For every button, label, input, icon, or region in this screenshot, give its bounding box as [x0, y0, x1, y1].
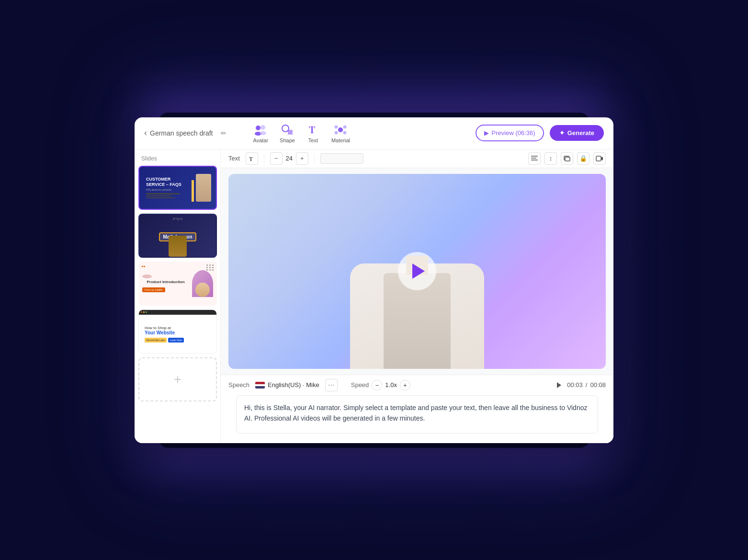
- speed-increase-button[interactable]: +: [400, 380, 410, 390]
- svg-point-8: [335, 125, 338, 128]
- font-style-button[interactable]: T: [246, 152, 258, 165]
- font-size-control: − 24 +: [270, 152, 308, 165]
- svg-rect-17: [565, 157, 570, 161]
- slides-sidebar: Slides CUSTOMERSERVICE – FAQS FAQ about …: [135, 149, 221, 443]
- font-size-increase[interactable]: +: [296, 152, 308, 165]
- svg-point-9: [343, 125, 347, 128]
- tool-text[interactable]: T Text: [306, 123, 320, 143]
- time-separator: /: [586, 381, 588, 389]
- text-tool-label: Text: [228, 155, 240, 162]
- header-tools: Avatar Shape T Text: [253, 123, 351, 143]
- text-toolbar: Text T − 24 + ↕: [221, 149, 613, 168]
- svg-point-3: [260, 131, 266, 135]
- play-icon: [412, 263, 425, 279]
- header-bar: ‹ German speech draft ✏ Avatar: [135, 117, 613, 149]
- time-current: 00:03: [567, 381, 583, 389]
- slide-thumb-1[interactable]: CUSTOMERSERVICE – FAQS FAQ about our pro…: [138, 166, 217, 210]
- time-display: 00:03 / 00:08: [554, 380, 606, 390]
- avatar-icon: [254, 123, 267, 137]
- slides-label: Slides: [138, 155, 216, 166]
- tool-avatar[interactable]: Avatar: [253, 123, 269, 143]
- svg-point-2: [261, 125, 265, 130]
- svg-point-0: [256, 126, 261, 130]
- video-canvas[interactable]: [228, 174, 606, 369]
- lock-button[interactable]: 🔒: [577, 152, 589, 165]
- slide4-btn1: Remind Me Later: [145, 338, 167, 343]
- slide4-title: How to Shop at: [145, 326, 211, 330]
- speech-text-content: Hi, this is Stella, your AI narrator. Si…: [244, 404, 587, 422]
- video-button[interactable]: [593, 152, 606, 165]
- slide1-content: CUSTOMERSERVICE – FAQS FAQ about our pro…: [142, 173, 192, 202]
- preview-icon: ▶: [484, 129, 489, 137]
- slide-thumb-2[interactable]: x²+y=z Math Lesson with instructor: [138, 214, 217, 258]
- project-title: German speech draft: [150, 129, 213, 137]
- material-label: Material: [331, 137, 350, 143]
- presenter-figure: [340, 216, 494, 369]
- svg-rect-18: [596, 156, 601, 161]
- svg-text:T: T: [249, 156, 253, 162]
- app-window: ‹ German speech draft ✏ Avatar: [135, 117, 613, 443]
- slide3-title: Product Introduction: [142, 280, 189, 284]
- preview-label: Preview (06:36): [492, 129, 535, 137]
- tool-shape[interactable]: Shape: [280, 123, 295, 143]
- material-icon: [334, 123, 347, 137]
- slide1-sub: FAQ about our products: [146, 188, 188, 191]
- generate-button[interactable]: ✦ Generate: [550, 125, 604, 141]
- layers-button[interactable]: [561, 152, 573, 165]
- flag-icon: [255, 382, 265, 389]
- speech-textarea[interactable]: Hi, this is Stella, your AI narrator. Si…: [236, 395, 598, 434]
- align-button[interactable]: [528, 152, 541, 165]
- font-size-decrease[interactable]: −: [270, 152, 283, 165]
- position-button[interactable]: ↕: [544, 152, 557, 165]
- text-label: Text: [308, 137, 318, 143]
- slide3-logo: ●●: [141, 264, 145, 268]
- speed-decrease-button[interactable]: −: [372, 380, 382, 390]
- header-actions: ▶ Preview (06:36) ✦ Generate: [476, 125, 604, 141]
- shape-label: Shape: [280, 137, 295, 143]
- font-size-value: 24: [284, 155, 294, 162]
- svg-point-7: [338, 127, 343, 132]
- play-button[interactable]: [398, 252, 436, 290]
- shape-icon: [281, 123, 294, 137]
- back-arrow-icon: ‹: [144, 128, 147, 138]
- language-text: English(US) · Mike: [268, 381, 319, 389]
- slide3-cta: From our subtitle: [142, 287, 165, 292]
- speed-control: Speed − 1.0x +: [351, 380, 410, 390]
- svg-point-10: [335, 131, 338, 134]
- add-slide-button[interactable]: +: [138, 357, 217, 401]
- slide4-btn2: Learn Now: [168, 338, 183, 343]
- generate-icon: ✦: [559, 129, 565, 137]
- language-selector[interactable]: English(US) · Mike: [255, 381, 319, 389]
- bottom-controls: Speech English(US) · Mike ··· Speed − 1.…: [221, 375, 613, 443]
- text-icon: T: [306, 123, 320, 137]
- more-options-button[interactable]: ···: [325, 379, 338, 391]
- toolbar-right: ↕ 🔒: [528, 152, 606, 165]
- slide4-title-bold: Your Website: [145, 330, 211, 335]
- generate-label: Generate: [567, 129, 594, 137]
- slide-thumb-4[interactable]: How to Shop at Your Website Remind Me La…: [138, 309, 217, 354]
- add-slide-icon: +: [174, 372, 181, 387]
- tool-material[interactable]: Material: [331, 123, 350, 143]
- color-picker-placeholder[interactable]: [320, 153, 363, 164]
- svg-text:T: T: [309, 125, 316, 135]
- speech-row: Speech English(US) · Mike ··· Speed − 1.…: [228, 379, 606, 391]
- speed-label: Speed: [351, 381, 369, 389]
- play-mini-icon: [557, 382, 561, 388]
- slide-thumb-3[interactable]: ●● Product Introduction From our subtitl…: [138, 262, 217, 306]
- preview-button[interactable]: ▶ Preview (06:36): [476, 125, 544, 141]
- back-button[interactable]: ‹ German speech draft: [144, 128, 213, 138]
- editor-area: Text T − 24 + ↕: [221, 149, 613, 443]
- avatar-label: Avatar: [253, 137, 269, 143]
- main-content: Slides CUSTOMERSERVICE – FAQS FAQ about …: [135, 149, 613, 443]
- svg-point-11: [343, 131, 347, 134]
- svg-point-4: [282, 125, 289, 132]
- time-total: 00:08: [590, 381, 606, 389]
- speed-value: 1.0x: [385, 381, 397, 389]
- play-mini-button[interactable]: [554, 380, 564, 390]
- edit-icon[interactable]: ✏: [221, 129, 227, 137]
- svg-rect-5: [288, 130, 293, 135]
- speech-label: Speech: [228, 381, 249, 389]
- slide1-title: CUSTOMERSERVICE – FAQS: [146, 177, 188, 187]
